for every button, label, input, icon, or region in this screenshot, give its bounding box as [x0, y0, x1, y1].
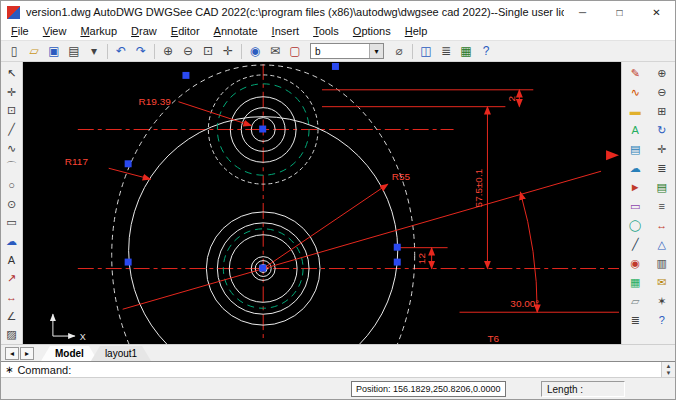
- maximize-button[interactable]: □: [601, 1, 638, 23]
- pan-button[interactable]: ✛: [218, 42, 238, 60]
- view-named-views[interactable]: ▤: [653, 178, 671, 197]
- minimize-button[interactable]: ─: [564, 1, 601, 23]
- tab-model[interactable]: Model: [41, 346, 98, 361]
- markup-arrow[interactable]: ►: [626, 178, 644, 197]
- zoom-out-button[interactable]: ⊖: [178, 42, 198, 60]
- menu-view[interactable]: View: [36, 23, 74, 40]
- markup-cloud[interactable]: ☁: [626, 159, 644, 178]
- view-measure[interactable]: ↔: [653, 216, 671, 235]
- markup-line[interactable]: ╱: [626, 235, 644, 254]
- open-button[interactable]: ▱: [24, 42, 44, 60]
- view-print[interactable]: ▥: [653, 254, 671, 273]
- layers-button[interactable]: ≣: [436, 42, 456, 60]
- redo-button[interactable]: ↷: [131, 42, 151, 60]
- menu-file[interactable]: File: [4, 23, 36, 40]
- radius-label-big[interactable]: R117: [65, 156, 89, 167]
- ellipse-tool[interactable]: ⊙: [3, 195, 21, 214]
- view-settings[interactable]: ✶: [653, 292, 671, 311]
- text-tool[interactable]: A: [3, 251, 21, 270]
- markup-highlight[interactable]: ▬: [626, 102, 644, 121]
- view-layers[interactable]: ≣: [653, 159, 671, 178]
- gap-dimension-label[interactable]: 2: [506, 96, 517, 102]
- view-pan[interactable]: ✛: [653, 140, 671, 159]
- zoom-window-tool[interactable]: ⊡: [3, 101, 21, 120]
- help-button[interactable]: ?: [476, 42, 496, 60]
- view-properties[interactable]: ≡: [653, 197, 671, 216]
- print-button[interactable]: ▤: [64, 42, 84, 60]
- markup-circle[interactable]: ◯: [626, 216, 644, 235]
- view-zoom-out[interactable]: ⊖: [653, 83, 671, 102]
- color-swatch-button[interactable]: ▢: [285, 42, 305, 60]
- grid-button[interactable]: ▦: [456, 42, 476, 60]
- undo-button[interactable]: ↶: [111, 42, 131, 60]
- angle-tool[interactable]: ∠: [3, 307, 21, 326]
- markup-stamp[interactable]: ◉: [626, 254, 644, 273]
- markup-pencil[interactable]: ✎: [626, 64, 644, 83]
- chevron-down-icon[interactable]: ▾: [369, 44, 383, 58]
- menu-help[interactable]: Help: [398, 23, 435, 40]
- layout-tab-bar: ◂ ▸ Model layout1: [1, 344, 675, 361]
- view-zoom-extents[interactable]: ⊞: [653, 102, 671, 121]
- hatch-tool[interactable]: ▨: [3, 325, 21, 344]
- new-button[interactable]: ▯: [4, 42, 24, 60]
- rectangle-tool[interactable]: ▭: [3, 213, 21, 232]
- datum-label[interactable]: T6: [487, 333, 499, 344]
- view-rotate[interactable]: ↻: [653, 121, 671, 140]
- markup-image[interactable]: ▦: [626, 273, 644, 292]
- select-tool[interactable]: ↖: [3, 64, 21, 83]
- measure-button[interactable]: ⌀: [389, 42, 409, 60]
- scroll-up-icon[interactable]: ▲: [662, 362, 675, 370]
- tab-next-button[interactable]: ▸: [20, 347, 34, 360]
- markup-freehand[interactable]: ∿: [626, 83, 644, 102]
- menu-draw[interactable]: Draw: [124, 23, 164, 40]
- toolbar-group-right: ⌀◫≣▦?: [389, 42, 496, 60]
- close-button[interactable]: ✕: [638, 1, 675, 23]
- drawing-canvas[interactable]: R19.39 R117 R55 57.5±0.1 2 12 30.00° T6: [23, 62, 621, 344]
- circle-tool[interactable]: ○: [3, 176, 21, 195]
- view-zoom-in[interactable]: ⊕: [653, 64, 671, 83]
- zoom-window-button[interactable]: ⊡: [198, 42, 218, 60]
- dimension-arrow: [606, 150, 619, 160]
- layer-combo[interactable]: b ▾: [310, 43, 384, 59]
- menu-editor[interactable]: Editor: [164, 23, 207, 40]
- polyline-tool[interactable]: ∿: [3, 139, 21, 158]
- radius-label-top[interactable]: R19.39: [139, 96, 172, 107]
- menu-tools[interactable]: Tools: [306, 23, 346, 40]
- command-scrollbar[interactable]: ▲ ▼: [661, 362, 675, 377]
- markup-eraser[interactable]: ▱: [626, 292, 644, 311]
- view-area[interactable]: △: [653, 235, 671, 254]
- menu-insert[interactable]: Insert: [265, 23, 307, 40]
- menu-options[interactable]: Options: [346, 23, 398, 40]
- cloud-tool[interactable]: ☁: [3, 232, 21, 251]
- menu-markup[interactable]: Markup: [73, 23, 124, 40]
- tab-layout1[interactable]: layout1: [91, 346, 151, 361]
- pan-tool[interactable]: ✛: [3, 83, 21, 102]
- command-bar[interactable]: ∗ Command: ▲ ▼: [1, 361, 675, 377]
- height-dimension-label[interactable]: 57.5±0.1: [473, 168, 484, 207]
- radius-label-mid[interactable]: R55: [392, 171, 411, 182]
- dimension-lines[interactable]: [109, 90, 619, 312]
- zoom-in-button[interactable]: ⊕: [158, 42, 178, 60]
- tab-prev-button[interactable]: ◂: [5, 347, 19, 360]
- view-about[interactable]: ?: [653, 311, 671, 330]
- arc-tool[interactable]: ⌒: [3, 157, 21, 176]
- copy-button[interactable]: ◫: [416, 42, 436, 60]
- line-tool[interactable]: ╱: [3, 120, 21, 139]
- markup-list[interactable]: ≣: [626, 311, 644, 330]
- angle-dimension-label[interactable]: 30.00°: [510, 298, 539, 309]
- markup-note[interactable]: ▤: [626, 140, 644, 159]
- offset-dimension-label[interactable]: 12: [416, 253, 427, 265]
- email-button[interactable]: ✉: [265, 42, 285, 60]
- save-button[interactable]: ▣: [44, 42, 64, 60]
- workspace: ↖✛⊡╱∿⌒○⊙▭☁A↗↔∠▨: [1, 62, 675, 344]
- markup-rectangle[interactable]: ▭: [626, 197, 644, 216]
- view-mail[interactable]: ✉: [653, 273, 671, 292]
- scroll-down-icon[interactable]: ▼: [662, 370, 675, 378]
- view-button[interactable]: ◉: [245, 42, 265, 60]
- leader-tool[interactable]: ↗: [3, 269, 21, 288]
- cad-drawing[interactable]: R19.39 R117 R55 57.5±0.1 2 12 30.00° T6: [23, 62, 621, 344]
- dimension-tool[interactable]: ↔: [3, 288, 21, 307]
- markup-text[interactable]: A: [626, 121, 644, 140]
- menu-annotate[interactable]: Annotate: [207, 23, 265, 40]
- print-dropdown[interactable]: ▾: [84, 42, 104, 60]
